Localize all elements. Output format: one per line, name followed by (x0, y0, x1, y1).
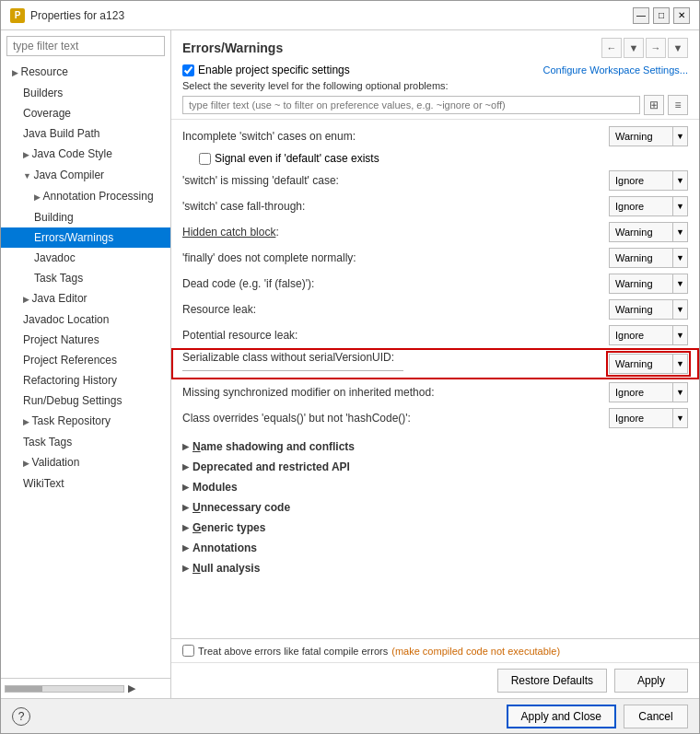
fatal-error-checkbox[interactable] (182, 645, 194, 657)
sidebar-item-task-repository[interactable]: Task Repository (1, 411, 170, 432)
sidebar-item-coverage[interactable]: Coverage (1, 103, 170, 123)
dropdown-value-hidden-catch[interactable]: Warning (609, 222, 673, 242)
bottom-area: Treat above errors like fatal compile er… (171, 638, 699, 698)
dropdown-arrow-missing-synchronized[interactable]: ▼ (673, 382, 688, 402)
dropdown-value-incomplete-switch[interactable]: Warning (609, 126, 673, 146)
nav-dropdown-button[interactable]: ▼ (624, 38, 644, 58)
nav-forward-dropdown-button[interactable]: ▼ (668, 38, 688, 58)
collapse-unnecessary-code[interactable]: ▶ Unnecessary code (171, 497, 699, 518)
nav-back-button[interactable]: ← (601, 38, 622, 58)
setting-dropdown-incomplete-switch: Warning ▼ (609, 126, 688, 146)
restore-defaults-button[interactable]: Restore Defaults (497, 669, 607, 693)
section-title: Errors/Warnings (182, 41, 283, 55)
sidebar-item-javadoc[interactable]: Javadoc (1, 248, 170, 268)
cancel-button[interactable]: Cancel (624, 705, 688, 728)
sidebar-item-project-references[interactable]: Project References (1, 350, 170, 370)
button-row: Restore Defaults Apply (171, 662, 699, 698)
filter-add-button[interactable]: ⊞ (644, 95, 664, 115)
content-area: Resource Builders Coverage Java Build Pa… (1, 30, 699, 698)
sidebar-item-java-compiler[interactable]: Java Compiler (1, 165, 170, 186)
filter-remove-button[interactable]: ≡ (668, 95, 688, 115)
sidebar-item-builders[interactable]: Builders (1, 83, 170, 103)
dropdown-value-dead-code[interactable]: Warning (609, 274, 673, 294)
enable-project-settings-label: Enable project specific settings (198, 64, 350, 76)
sidebar-item-project-natures[interactable]: Project Natures (1, 330, 170, 350)
sidebar-item-java-build-path[interactable]: Java Build Path (1, 123, 170, 144)
dropdown-value-potential-resource[interactable]: Ignore (609, 325, 673, 345)
sidebar-item-errors-warnings[interactable]: Errors/Warnings (1, 227, 170, 248)
enable-left: Enable project specific settings (182, 64, 350, 76)
collapse-null-analysis-label: Null analysis (192, 562, 260, 575)
configure-workspace-link[interactable]: Configure Workspace Settings... (542, 64, 688, 76)
collapse-name-shadowing[interactable]: ▶ Name shadowing and conflicts (171, 437, 699, 457)
dropdown-arrow-switch-fallthrough[interactable]: ▼ (673, 196, 688, 216)
dropdown-value-finally[interactable]: Warning (609, 248, 673, 268)
filter-input[interactable] (6, 36, 165, 56)
apply-and-close-button[interactable]: Apply and Close (507, 705, 616, 728)
dropdown-value-class-overrides[interactable]: Ignore (609, 408, 673, 428)
setting-label-hidden-catch: Hidden catch block: (182, 226, 609, 239)
setting-label-potential-resource: Potential resource leak: (182, 329, 609, 342)
collapse-null-analysis[interactable]: ▶ Null analysis (171, 558, 699, 578)
dropdown-arrow-class-overrides[interactable]: ▼ (673, 408, 688, 428)
collapse-annotations[interactable]: ▶ Annotations (171, 538, 699, 558)
scroll-right-btn[interactable]: ▶ (128, 682, 135, 694)
dropdown-arrow-potential-resource[interactable]: ▼ (673, 325, 688, 345)
dropdown-arrow-incomplete-switch[interactable]: ▼ (673, 126, 688, 146)
dropdown-arrow-resource-leak[interactable]: ▼ (673, 299, 688, 320)
right-panel: Errors/Warnings ← ▼ → ▼ Enable project s… (171, 30, 699, 698)
setting-row-resource-leak: Resource leak: Warning ▼ (171, 297, 699, 322)
title-bar: P Properties for a123 — □ ✕ (1, 1, 699, 30)
dropdown-value-missing-synchronized[interactable]: Ignore (609, 382, 673, 402)
apply-button[interactable]: Apply (614, 669, 688, 693)
dropdown-arrow-dead-code[interactable]: ▼ (673, 274, 688, 294)
main-window: P Properties for a123 — □ ✕ Resource Bui… (0, 0, 700, 734)
sidebar-item-run-debug-settings[interactable]: Run/Debug Settings (1, 390, 170, 411)
setting-label-dead-code: Dead code (e.g. 'if (false)'): (182, 277, 609, 290)
window-title: Properties for a123 (30, 9, 124, 22)
sidebar-item-refactoring-history[interactable]: Refactoring History (1, 370, 170, 390)
collapse-annotations-label: Annotations (192, 542, 257, 554)
collapse-unnecessary-code-label: Unnecessary code (192, 501, 290, 514)
sidebar-item-task-tags[interactable]: Task Tags (1, 268, 170, 288)
dropdown-value-switch-missing[interactable]: Ignore (609, 170, 673, 191)
collapse-deprecated-api[interactable]: ▶ Deprecated and restricted API (171, 457, 699, 477)
signal-default-checkbox[interactable] (199, 153, 211, 165)
sidebar-item-javadoc-location[interactable]: Javadoc Location (1, 309, 170, 330)
sidebar-item-building[interactable]: Building (1, 207, 170, 227)
dropdown-value-serializable[interactable]: Warning (609, 354, 673, 374)
sidebar-item-java-editor[interactable]: Java Editor (1, 288, 170, 309)
right-header-top: Errors/Warnings ← ▼ → ▼ (182, 38, 688, 58)
dropdown-arrow-serializable[interactable]: ▼ (673, 354, 688, 374)
setting-row-hidden-catch: Hidden catch block: Warning ▼ (171, 219, 699, 245)
dropdown-arrow-hidden-catch[interactable]: ▼ (673, 222, 688, 242)
dropdown-value-switch-fallthrough[interactable]: Ignore (609, 196, 673, 216)
close-button[interactable]: ✕ (673, 7, 690, 24)
setting-row-switch-missing: 'switch' is missing 'default' case: Igno… (171, 168, 699, 193)
sidebar-item-validation[interactable]: Validation (1, 452, 170, 473)
sidebar-item-task-tags2[interactable]: Task Tags (1, 432, 170, 452)
dropdown-arrow-finally[interactable]: ▼ (673, 248, 688, 268)
dropdown-value-resource-leak[interactable]: Warning (609, 299, 673, 320)
sidebar-item-wikitext[interactable]: WikiText (1, 473, 170, 494)
left-panel: Resource Builders Coverage Java Build Pa… (1, 30, 171, 698)
sidebar-item-java-code-style[interactable]: Java Code Style (1, 144, 170, 165)
maximize-button[interactable]: □ (653, 7, 670, 24)
minimize-button[interactable]: — (633, 7, 649, 24)
nav-forward-button[interactable]: → (646, 38, 666, 58)
setting-row-finally: 'finally' does not complete normally: Wa… (171, 245, 699, 271)
dropdown-arrow-switch-missing[interactable]: ▼ (673, 170, 688, 191)
help-button[interactable]: ? (12, 707, 30, 726)
collapse-generic-types[interactable]: ▶ Generic types (171, 518, 699, 538)
settings-filter-input[interactable] (182, 96, 640, 114)
title-bar-left: P Properties for a123 (10, 8, 124, 23)
sidebar-item-resource[interactable]: Resource (1, 62, 170, 83)
enable-project-settings-checkbox[interactable] (182, 64, 194, 76)
signal-default-label: Signal even if 'default' case exists (215, 152, 379, 165)
select-label: Select the severity level for the follow… (182, 80, 688, 91)
collapse-modules[interactable]: ▶ Modules (171, 477, 699, 497)
nav-arrows: ← ▼ → ▼ (601, 38, 688, 58)
sidebar-item-annotation-processing[interactable]: Annotation Processing (1, 186, 170, 207)
setting-row-dead-code: Dead code (e.g. 'if (false)'): Warning ▼ (171, 271, 699, 297)
horizontal-scrollbar[interactable] (5, 685, 124, 693)
